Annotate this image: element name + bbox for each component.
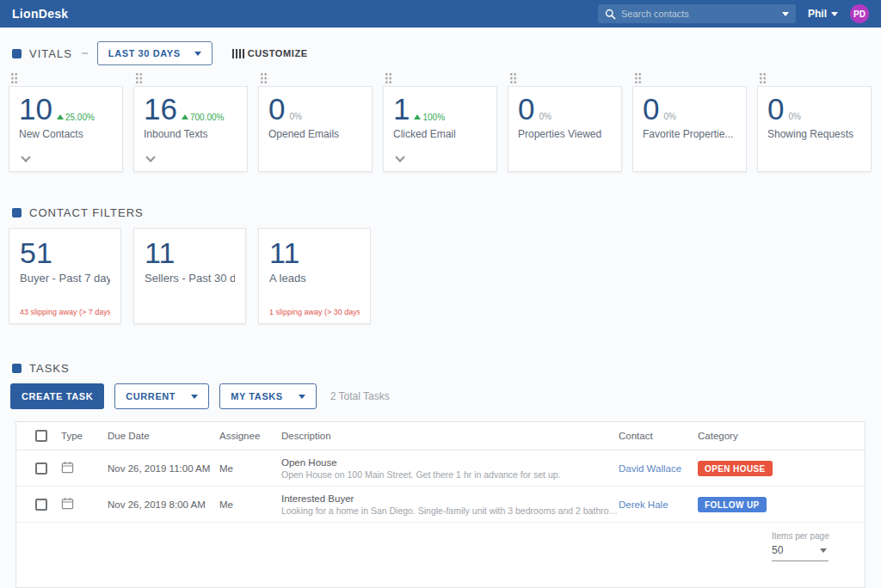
col-header-due-date: Due Date [108, 431, 219, 441]
category-badge: OPEN HOUSE [698, 461, 773, 476]
search-icon [605, 9, 616, 20]
drag-handle-icon[interactable] [759, 72, 767, 84]
task-assignee: Me [219, 499, 281, 510]
contact-link[interactable]: David Wallace [619, 463, 681, 474]
search-placeholder: Search contacts [621, 9, 782, 19]
total-tasks-count: 2 Total Tasks [330, 390, 390, 402]
user-name: Phil [808, 8, 827, 20]
vital-delta: 0% [289, 112, 301, 121]
chevron-down-icon[interactable] [395, 152, 404, 162]
vital-value: 0 [518, 94, 534, 126]
chevron-down-icon[interactable] [145, 152, 155, 162]
vital-label: Clicked Email [393, 128, 487, 140]
contact-filters-section-header: CONTACT FILTERS [9, 206, 872, 219]
chevron-down-icon [299, 395, 305, 399]
filter-label: A leads [269, 272, 360, 285]
contact-link[interactable]: Derek Hale [619, 499, 668, 510]
calendar-icon [61, 497, 74, 510]
vital-card: 0 0% Properties Viewed [508, 72, 622, 172]
up-arrow-icon [182, 114, 188, 119]
tasks-section-header: TASKS [9, 362, 872, 375]
tasks-table: Type Due Date Assignee Description Conta… [15, 421, 866, 588]
filter-label: Sellers - Past 30 d... [145, 272, 235, 285]
drag-handle-icon[interactable] [10, 72, 19, 84]
vital-value: 0 [767, 94, 784, 126]
task-due-date: Nov 26, 2019 8:00 AM [108, 499, 219, 510]
filter-count: 11 [269, 237, 360, 269]
nav-right: Search contacts Phil PD [598, 4, 869, 23]
vital-value: 10 [19, 94, 52, 126]
col-header-assignee: Assignee [219, 431, 281, 441]
calendar-icon [61, 461, 74, 474]
vital-card: 0 0% Opened Emails [258, 72, 373, 172]
customize-bars-icon [232, 49, 245, 58]
create-task-button[interactable]: CREATE TASK [10, 383, 104, 409]
col-header-contact: Contact [619, 431, 698, 441]
contact-filters-title: CONTACT FILTERS [29, 206, 144, 219]
drag-handle-icon[interactable] [260, 72, 268, 84]
table-row[interactable]: Nov 26, 2019 8:00 AM Me Interested Buyer… [16, 487, 865, 523]
main-content: VITALS LAST 30 DAYS CUSTOMIZE 10 25.00% … [0, 28, 881, 588]
vitals-section-header: VITALS LAST 30 DAYS CUSTOMIZE [9, 41, 872, 65]
col-header-category: Category [698, 431, 859, 441]
table-body: Nov 26, 2019 11:00 AM Me Open House Open… [16, 450, 865, 523]
vital-label: Favorite Propertie... [643, 128, 736, 140]
task-title: Open House [281, 457, 619, 468]
drag-handle-icon[interactable] [634, 72, 643, 84]
search-dropdown-caret-icon[interactable] [782, 12, 789, 16]
vital-delta: 0% [663, 112, 675, 121]
vital-card: 16 700.00% Inbound Texts [133, 72, 248, 172]
table-row[interactable]: Nov 26, 2019 11:00 AM Me Open House Open… [16, 450, 865, 487]
section-bullet-icon [12, 49, 22, 58]
vital-card: 0 0% Showing Requests [757, 72, 872, 172]
chevron-down-icon[interactable] [21, 152, 30, 162]
vital-delta: 100% [414, 113, 445, 122]
vital-label: Inbound Texts [144, 128, 237, 140]
vital-value: 16 [144, 94, 177, 126]
filter-count: 11 [145, 237, 235, 269]
drag-handle-icon[interactable] [135, 72, 144, 84]
pagination: Items per page 50 [772, 531, 832, 561]
date-range-dropdown[interactable]: LAST 30 DAYS [97, 41, 213, 65]
drag-handle-icon[interactable] [385, 72, 393, 84]
up-arrow-icon [414, 114, 421, 119]
vital-value: 1 [393, 94, 410, 126]
task-owner-dropdown[interactable]: MY TASKS [219, 383, 317, 409]
vital-card: 0 0% Favorite Propertie... [632, 72, 747, 172]
vital-delta: 0% [539, 112, 551, 121]
slipping-away-warning: 43 slipping away (> 7 days) [20, 308, 110, 316]
filter-count: 51 [20, 237, 110, 269]
task-status-dropdown[interactable]: CURRENT [114, 383, 209, 409]
search-input[interactable]: Search contacts [598, 4, 796, 23]
top-nav: LionDesk Search contacts Phil PD [0, 0, 881, 28]
task-controls: CREATE TASK CURRENT MY TASKS 2 Total Tas… [9, 383, 872, 409]
dash-separator [82, 52, 88, 54]
category-badge: FOLLOW UP [698, 497, 767, 512]
user-menu-caret-icon [831, 12, 838, 16]
vital-card: 1 100% Clicked Email [383, 72, 497, 172]
drag-handle-icon[interactable] [509, 72, 518, 84]
user-menu[interactable]: Phil [808, 8, 838, 20]
col-header-description: Description [281, 431, 619, 441]
date-range-label: LAST 30 DAYS [108, 48, 181, 58]
items-per-page-label: Items per page [772, 531, 832, 541]
vital-card: 10 25.00% New Contacts [9, 72, 123, 172]
app-logo[interactable]: LionDesk [12, 7, 68, 21]
select-all-checkbox[interactable] [35, 430, 47, 442]
tasks-title: TASKS [29, 362, 70, 375]
task-owner-label: MY TASKS [231, 391, 283, 401]
items-per-page-select[interactable]: 50 [772, 541, 829, 561]
contact-filter-card[interactable]: 51 Buyer - Past 7 days 43 slipping away … [9, 228, 121, 324]
row-checkbox[interactable] [35, 462, 47, 475]
avatar[interactable]: PD [850, 4, 869, 23]
vital-label: Showing Requests [767, 128, 861, 140]
customize-button[interactable]: CUSTOMIZE [232, 48, 308, 58]
contact-filter-card[interactable]: 11 A leads 1 slipping away (> 30 days) [258, 228, 371, 324]
col-header-type: Type [61, 431, 108, 441]
row-checkbox[interactable] [35, 499, 47, 511]
task-title: Interested Buyer [281, 493, 619, 504]
filter-label: Buyer - Past 7 days [20, 272, 110, 285]
vital-label: Properties Viewed [518, 128, 612, 140]
customize-label: CUSTOMIZE [248, 48, 308, 58]
contact-filter-card[interactable]: 11 Sellers - Past 30 d... [133, 228, 246, 324]
